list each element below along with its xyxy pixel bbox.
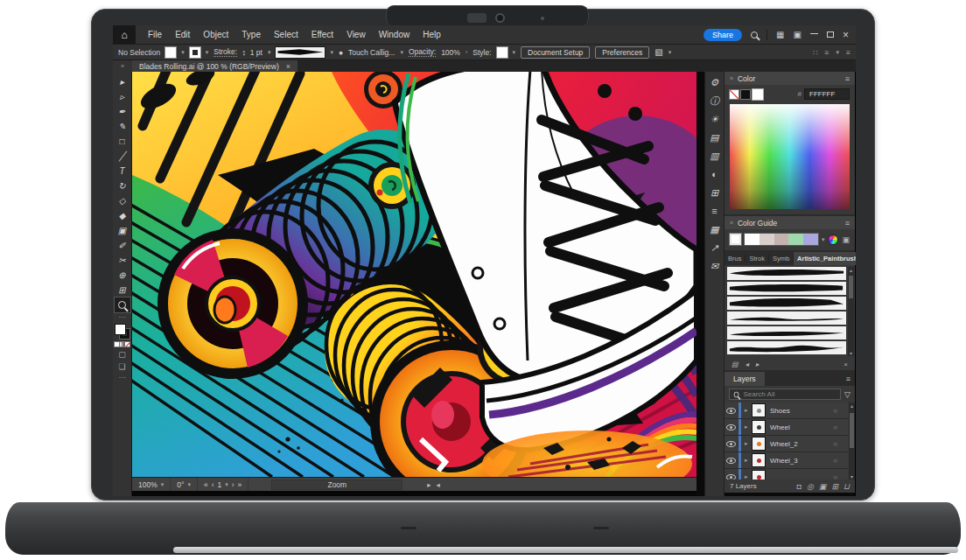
clipping-mask-icon[interactable]: ◘ — [797, 482, 802, 491]
minimize-button[interactable] — [810, 33, 818, 34]
layers-scrollbar[interactable]: ▴ ▾ — [849, 402, 855, 480]
style-chevron-icon[interactable]: ▾ — [513, 49, 516, 56]
layer-name[interactable]: Wheel_3 — [770, 457, 833, 465]
color-guide-menu-icon[interactable]: ≡ — [845, 219, 850, 228]
artboard-chevron-icon[interactable]: ▾ — [225, 481, 228, 488]
arrange-grid-icon[interactable]: ∷ — [813, 48, 817, 57]
visibility-toggle[interactable] — [724, 424, 738, 430]
panel-tab[interactable]: Brus — [724, 255, 746, 262]
layer-expand-icon[interactable]: ▸ — [745, 424, 752, 430]
toolbar-overflow-icon[interactable]: ⋯ — [119, 374, 126, 382]
status-arrow-right-icon[interactable]: ▸ — [427, 480, 430, 489]
restore-button[interactable] — [827, 32, 834, 38]
eyedropper-tool[interactable]: ✐ — [115, 238, 130, 253]
toolbar-collapse-icon[interactable]: « — [113, 60, 132, 72]
layer-row[interactable]: ▸ Wheel ○ — [724, 419, 848, 436]
transform-icon[interactable]: ⊞ — [710, 187, 718, 198]
hand-tool[interactable]: ⊕ — [115, 268, 130, 283]
shape-tool[interactable]: □ — [115, 134, 130, 149]
home-button[interactable]: ⌂ — [113, 25, 136, 44]
selection-tool[interactable]: ▸ — [115, 74, 130, 89]
shape-builder-tool[interactable]: ◆ — [115, 208, 130, 223]
screen-mode-icon[interactable]: ❏ — [118, 362, 125, 371]
guide-base-swatch[interactable] — [730, 234, 741, 245]
fill-proxy-icon[interactable] — [116, 325, 125, 334]
stroke-weight-chevron-icon[interactable]: ▾ — [268, 49, 271, 56]
color-guide-title[interactable]: Color Guide — [738, 219, 777, 228]
search-icon[interactable] — [751, 32, 758, 38]
white-swatch[interactable] — [752, 89, 763, 100]
layer-thumbnail[interactable] — [752, 421, 765, 433]
share-button[interactable]: Share — [704, 29, 742, 41]
tab-artistic-paintbrush[interactable]: Artistic_Paintbrush — [794, 252, 856, 265]
gradient-mode-icon[interactable] — [120, 342, 124, 346]
scroll-up-icon[interactable]: ▴ — [848, 267, 854, 273]
layer-target-icon[interactable]: ○ — [833, 457, 837, 465]
artboard-tool[interactable]: ⊞ — [115, 283, 130, 298]
stroke-weight-label[interactable]: Stroke: — [214, 47, 237, 57]
more-tools-icon[interactable]: ⋯ — [119, 313, 126, 321]
zoom-chevron-icon[interactable]: ▾ — [161, 481, 164, 488]
harmony-swatch[interactable] — [760, 234, 774, 245]
brush-item[interactable] — [727, 282, 846, 295]
zoom-tool[interactable] — [115, 298, 130, 312]
visibility-toggle[interactable] — [724, 474, 738, 480]
layer-expand-icon[interactable]: ▸ — [745, 457, 752, 464]
layer-target-icon[interactable]: ○ — [833, 407, 837, 415]
stroke-weight-value[interactable]: 1 pt — [250, 48, 262, 57]
scroll-up-icon[interactable]: ▴ — [849, 402, 855, 409]
harmony-strip[interactable] — [745, 234, 818, 245]
color-panel-title[interactable]: Color — [738, 74, 755, 83]
controlbar-menu-icon[interactable]: ≡ — [846, 48, 850, 57]
properties-icon[interactable]: ⚙ — [710, 77, 719, 88]
none-swatch[interactable] — [730, 90, 738, 99]
filter-icon[interactable]: ▽ — [844, 390, 850, 399]
delete-layer-icon[interactable]: ⊔ — [844, 482, 850, 491]
stroke-color-swatch[interactable] — [190, 47, 200, 58]
paintbrush-tool[interactable]: ✎ — [115, 119, 130, 134]
draw-mode-icon[interactable]: ▢ — [118, 350, 126, 359]
status-tool-display[interactable]: Zoom — [271, 480, 402, 490]
new-layer-icon[interactable]: ⊞ — [831, 482, 838, 491]
pen-tool[interactable]: ✒ — [115, 104, 130, 119]
hex-value-field[interactable]: FFFFFF — [804, 88, 850, 100]
menu-item[interactable]: View — [346, 30, 366, 39]
layer-expand-icon[interactable]: ▸ — [745, 440, 752, 447]
document-tab[interactable]: Blades Rolling.ai @ 100 % (RGB/Preview) … — [132, 60, 298, 72]
opacity-value[interactable]: 100% — [441, 48, 460, 57]
brush-scrollbar[interactable]: ▴ ▾ — [848, 267, 854, 356]
layer-target-icon[interactable]: ○ — [833, 473, 837, 480]
layers-search-field[interactable] — [729, 388, 841, 400]
arrange-docs-icon[interactable]: ≡ — [825, 48, 830, 57]
layer-thumbnail[interactable] — [752, 438, 765, 450]
delete-brush-icon[interactable]: × — [844, 360, 848, 368]
harmony-swatch[interactable] — [788, 234, 803, 245]
scroll-down-icon[interactable]: ▾ — [848, 350, 854, 356]
rotation-value[interactable]: 0° — [177, 480, 184, 489]
layer-row[interactable]: ▸ Shoes ○ — [724, 402, 848, 419]
isolate-icon[interactable]: ▧ — [654, 47, 662, 57]
harmony-swatch[interactable] — [803, 234, 818, 245]
harmony-swatch[interactable] — [745, 234, 760, 245]
fill-chevron-icon[interactable]: ▾ — [181, 49, 185, 56]
last-artboard-icon[interactable]: » — [238, 480, 242, 489]
type-tool[interactable]: T — [115, 164, 130, 178]
rotate-tool[interactable]: ↻ — [115, 178, 130, 193]
brush-item[interactable] — [727, 297, 846, 310]
status-arrow-left-icon[interactable]: ◂ — [437, 480, 440, 489]
info-icon[interactable]: ⓘ — [710, 95, 719, 106]
close-button[interactable]: × — [843, 31, 849, 39]
layer-name[interactable]: Shoes — [770, 407, 833, 415]
stroke-stepper[interactable]: ▴▾ — [242, 49, 245, 56]
save-to-swatches-icon[interactable]: ▣ — [842, 235, 850, 244]
zoom-level[interactable]: 100% — [138, 480, 158, 489]
preferences-button[interactable]: Preferences — [595, 46, 649, 59]
next-artboard-icon[interactable]: › — [232, 480, 234, 489]
direct-selection-tool[interactable]: ▹ — [115, 89, 130, 104]
eraser-tool[interactable]: ◇ — [115, 193, 130, 208]
opacity-more-icon[interactable]: › — [466, 49, 467, 55]
panel-tab[interactable]: Symb — [769, 255, 794, 262]
arrange-chevron-icon[interactable]: ▾ — [836, 49, 840, 56]
brush-item[interactable] — [727, 326, 846, 340]
fill-stroke-indicator[interactable] — [116, 325, 130, 339]
